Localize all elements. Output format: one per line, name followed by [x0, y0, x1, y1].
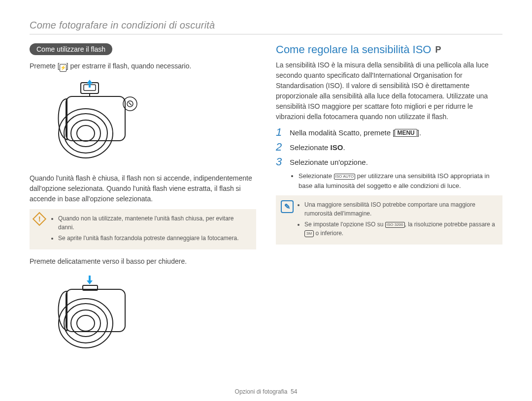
page-title: Come fotografare in condizioni di oscuri…: [30, 20, 502, 34]
step-3-sub-bullets: Selezionate ISO AUTO per utilizzare una …: [291, 171, 502, 190]
info-icon: ✎: [281, 200, 294, 213]
svg-rect-0: [66, 96, 125, 141]
warning-icon: !: [33, 212, 46, 226]
sub-bullet-auto-iso: Selezionate ISO AUTO per utilizzare una …: [299, 171, 502, 190]
step-2-text-b: .: [343, 143, 345, 152]
camera-flash-close-figure: [32, 272, 140, 355]
info-item-1: Una maggiore sensibilità ISO potrebbe co…: [304, 200, 497, 218]
iso-title-text: Come regolare la sensibilità ISO: [276, 43, 431, 56]
step-number: 3: [276, 156, 285, 167]
resolution-3m-icon: 3M: [304, 230, 314, 237]
iso-intro-text: La sensibilità ISO è la misura della sen…: [276, 60, 502, 122]
footer-label: Opzioni di fotografia: [235, 388, 288, 395]
iso-section-title: Come regolare la sensibilità ISO P: [276, 43, 502, 56]
step-2-text: Selezionate ISO.: [290, 142, 345, 152]
press-down-text: Premete delicatamente verso il basso per…: [30, 256, 256, 267]
left-column: Come utilizzare il flash Premete [⚡] per…: [30, 43, 256, 358]
flash-icon: ⚡: [60, 64, 66, 72]
mode-p-badge: P: [435, 45, 441, 55]
svg-rect-13: [66, 289, 125, 332]
svg-point-17: [77, 315, 95, 331]
press-flash-text-a: Premete [: [30, 62, 60, 70]
step-3: 3 Selezionate un'opzione.: [276, 156, 502, 167]
svg-marker-8: [87, 80, 93, 84]
content-columns: Come utilizzare il flash Premete [⚡] per…: [30, 43, 502, 358]
info2-b: , la risoluzione potrebbe passare a: [405, 221, 495, 228]
page-footer: Opzioni di fotografia 54: [0, 388, 532, 395]
step-1-text-b: ].: [417, 128, 421, 137]
warning-note-box: ! Quando non la utilizzate, mantenete l'…: [30, 209, 256, 249]
info-item-2: Se impostate l'opzione ISO su ISO 3200, …: [304, 220, 497, 238]
iso-auto-icon: ISO AUTO: [334, 174, 356, 180]
iso-step-list: 1 Nella modalità Scatto, premete [MENU].…: [276, 127, 502, 167]
press-flash-text-b: ] per estrarre il flash, quando necessar…: [66, 62, 192, 70]
svg-rect-19: [89, 276, 91, 280]
svg-line-12: [129, 102, 132, 105]
step-1-text-a: Nella modalità Scatto, premete [: [290, 128, 395, 137]
step-1: 1 Nella modalità Scatto, premete [MENU].: [276, 127, 502, 138]
svg-rect-9: [89, 84, 91, 88]
step-2-text-a: Selezionate: [290, 143, 331, 152]
iso-3200-icon: ISO 3200: [385, 222, 405, 228]
flash-closed-text: Quando l'unità flash è chiusa, il flash …: [30, 173, 256, 204]
camera-flash-open-figure: [32, 77, 140, 170]
footer-page-number: 54: [291, 388, 297, 395]
step-number: 1: [276, 127, 285, 138]
info2-c: o inferiore.: [314, 230, 343, 237]
flash-usage-pill: Come utilizzare il flash: [30, 43, 112, 55]
step-2: 2 Selezionate ISO.: [276, 142, 502, 153]
svg-marker-20: [87, 280, 93, 284]
info-note-box: ✎ Una maggiore sensibilità ISO potrebbe …: [276, 195, 502, 245]
step-1-text: Nella modalità Scatto, premete [MENU].: [290, 127, 421, 137]
step-number: 2: [276, 142, 285, 153]
svg-point-16: [71, 310, 100, 337]
svg-point-3: [71, 120, 100, 147]
menu-button-label: MENU: [395, 129, 417, 137]
svg-point-4: [77, 125, 95, 141]
warning-item-1: Quando non la utilizzate, mantenete l'un…: [58, 214, 250, 232]
info2-a: Se impostate l'opzione ISO su: [304, 221, 385, 228]
step-3-text: Selezionate un'opzione.: [290, 156, 368, 166]
right-column: Come regolare la sensibilità ISO P La se…: [276, 43, 502, 358]
warning-item-2: Se aprite l'unità flash forzandola potre…: [58, 234, 250, 243]
step-2-bold: ISO: [331, 143, 343, 152]
press-flash-text: Premete [⚡] per estrarre il flash, quand…: [30, 61, 256, 72]
sub-a: Selezionate: [299, 172, 334, 180]
